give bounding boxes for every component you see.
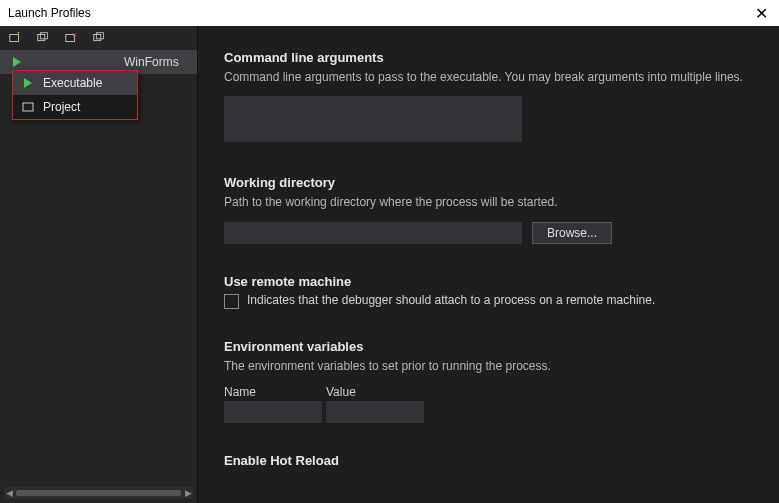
scroll-right-icon[interactable]: ▶ — [183, 488, 193, 498]
duplicate-profile-icon[interactable] — [34, 29, 52, 47]
workdir-input[interactable] — [224, 222, 522, 244]
cmdline-input[interactable] — [224, 96, 522, 142]
remote-title: Use remote machine — [224, 274, 753, 289]
window-title: Launch Profiles — [8, 6, 91, 20]
profile-label-suffix: WinForms — [32, 55, 179, 69]
dropdown-item-label: Executable — [43, 76, 102, 90]
remote-checkbox[interactable] — [224, 294, 239, 309]
play-icon — [10, 55, 24, 69]
sidebar-horizontal-scrollbar[interactable]: ◀ ▶ — [4, 487, 193, 499]
envvars-value-input[interactable] — [326, 401, 424, 423]
svg-rect-0 — [10, 35, 19, 42]
envvars-title: Environment variables — [224, 339, 753, 354]
svg-rect-4 — [94, 35, 101, 41]
scroll-thumb[interactable] — [16, 490, 181, 496]
hotreload-title: Enable Hot Reload — [224, 453, 753, 468]
cmdline-title: Command line arguments — [224, 50, 753, 65]
dropdown-item-executable[interactable]: Executable — [13, 71, 137, 95]
section-hotreload: Enable Hot Reload — [224, 453, 753, 468]
section-cmdline: Command line arguments Command line argu… — [224, 50, 753, 145]
remote-checkbox-label: Indicates that the debugger should attac… — [247, 293, 655, 307]
titlebar: Launch Profiles ✕ — [0, 0, 779, 26]
scroll-left-icon[interactable]: ◀ — [4, 488, 14, 498]
new-profile-icon[interactable] — [6, 29, 24, 47]
svg-rect-2 — [40, 33, 47, 39]
envvars-name-input[interactable] — [224, 401, 322, 423]
envvars-value-header: Value — [326, 385, 424, 399]
sidebar: WinForms Executable Project ◀ ▶ — [0, 26, 198, 503]
dropdown-item-project[interactable]: Project — [13, 95, 137, 119]
workdir-title: Working directory — [224, 175, 753, 190]
dropdown-item-label: Project — [43, 100, 80, 114]
rename-profile-icon[interactable] — [90, 29, 108, 47]
section-envvars: Environment variables The environment va… — [224, 339, 753, 423]
new-profile-dropdown: Executable Project — [12, 70, 138, 120]
envvars-name-header: Name — [224, 385, 322, 399]
cmdline-desc: Command line arguments to pass to the ex… — [224, 69, 753, 86]
main-panel: Command line arguments Command line argu… — [198, 26, 779, 503]
svg-rect-5 — [96, 33, 103, 39]
project-icon — [21, 100, 35, 114]
sidebar-toolbar — [0, 26, 197, 50]
svg-marker-6 — [13, 57, 21, 67]
svg-marker-7 — [24, 78, 32, 88]
svg-rect-1 — [38, 35, 45, 41]
browse-button[interactable]: Browse... — [532, 222, 612, 244]
workdir-desc: Path to the working directory where the … — [224, 194, 753, 211]
close-icon[interactable]: ✕ — [751, 4, 771, 23]
delete-profile-icon[interactable] — [62, 29, 80, 47]
envvars-desc: The environment variables to set prior t… — [224, 358, 753, 375]
svg-rect-8 — [23, 103, 33, 111]
container: WinForms Executable Project ◀ ▶ C — [0, 26, 779, 503]
section-workdir: Working directory Path to the working di… — [224, 175, 753, 243]
executable-icon — [21, 76, 35, 90]
section-remote: Use remote machine Indicates that the de… — [224, 274, 753, 309]
